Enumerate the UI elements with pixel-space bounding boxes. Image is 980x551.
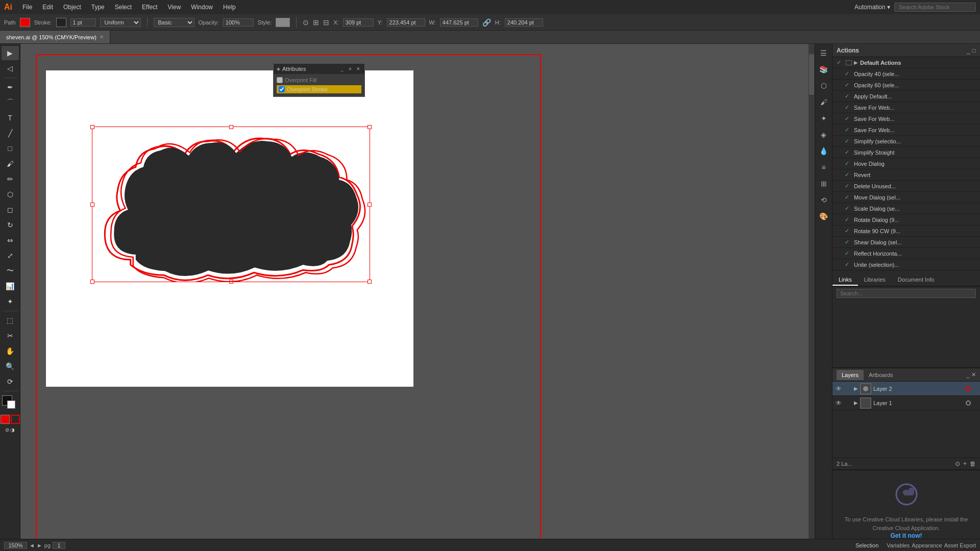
zoom-prev[interactable]: ◄ [29,542,35,548]
rotate-view-tool[interactable]: ⟳ [2,374,19,389]
add-layer-btn[interactable]: + [963,460,967,467]
eraser-tool[interactable]: ◻ [2,203,19,217]
symbol-icon[interactable]: ✦ [817,111,831,126]
layer-1-arrow[interactable]: ▶ [854,400,858,406]
layer-2-item[interactable]: 👁 ▶ Layer 2 [832,382,980,396]
action-item-11[interactable]: ✓ Delete Unused... [832,181,980,192]
line-tool[interactable]: ╱ [2,126,19,140]
locate-layer-btn[interactable]: ⊙ [955,460,960,467]
layer-1-eye[interactable]: 👁 [835,399,843,407]
menu-edit[interactable]: Edit [38,3,57,12]
action-item-13[interactable]: ✓ Scale Dialog (se... [832,203,980,214]
action-item-5[interactable]: ✓ Save For Web... [832,113,980,124]
asset-icon[interactable]: ⬡ [817,79,831,93]
menu-select[interactable]: Select [111,3,136,12]
x-input[interactable] [343,18,374,27]
transform-icon[interactable]: ⊞ [313,18,319,27]
links-tab[interactable]: Links [832,274,858,286]
action-item-15[interactable]: ✓ Rotate 90 CW (9... [832,226,980,237]
action-arrow-0[interactable]: ▶ [854,60,858,65]
warp-tool[interactable]: 〜 [2,264,19,278]
layer-1-target[interactable] [973,400,978,406]
align-icon2[interactable]: ≡ [817,160,831,174]
dialog-titlebar[interactable]: ◆ Attributes _ ≡ ✕ [274,64,364,74]
action-item-16[interactable]: ✓ Shear Dialog (sel... [832,237,980,248]
action-item-default[interactable]: ✓ ▶ Default Actions [832,57,980,68]
layer-2-lock[interactable] [845,385,852,392]
adobe-stock-search[interactable] [894,3,976,12]
layers-minimize[interactable]: _ [966,372,969,378]
rect-tool[interactable]: □ [2,141,19,156]
vertical-scrollbar[interactable] [808,44,815,551]
action-item-7[interactable]: ✓ Simplify (selectio... [832,136,980,147]
layer-1-item[interactable]: 👁 ▶ Layer 1 [832,396,980,410]
handle-top-right[interactable] [368,125,372,129]
asset-export-tab[interactable]: Asset Export [944,542,976,548]
menu-file[interactable]: File [18,3,36,12]
menu-view[interactable]: View [164,3,185,12]
stroke-icon[interactable] [11,415,20,424]
direct-select-tool[interactable]: ◁ [2,61,19,76]
dialog-close-btn[interactable]: ✕ [355,66,361,72]
stroke-color-swatch[interactable] [56,18,66,27]
zoom-tool[interactable]: 🔍 [2,359,19,373]
fill-icon[interactable] [1,415,10,424]
layer-2-target[interactable] [973,386,978,391]
menu-object[interactable]: Object [59,3,85,12]
zoom-input[interactable] [4,542,27,549]
layer-1-color[interactable] [966,400,971,406]
artboards-tab[interactable]: Artboards [864,370,898,380]
library-icon[interactable]: 📚 [817,62,831,77]
document-info-tab[interactable]: Document Info [892,274,941,286]
delete-layer-btn[interactable]: 🗑 [970,460,976,467]
curvature-tool[interactable]: ⌒ [2,95,19,110]
reflect-tool[interactable]: ⇔ [2,233,19,247]
overprint-fill-checkbox[interactable] [277,77,283,83]
grid-icon[interactable]: ⊟ [323,18,329,27]
paintbrush-tool[interactable]: 🖌 [2,157,19,171]
dialog-menu-btn[interactable]: ≡ [347,66,353,72]
select-tool[interactable]: ▶ [2,46,19,60]
color-icon[interactable]: 🎨 [817,209,831,223]
cloud-shape[interactable] [89,124,368,282]
layers-close[interactable]: ✕ [971,371,976,378]
constrain-icon[interactable]: 🔗 [482,18,491,27]
shaper-tool[interactable]: ⬡ [2,187,19,202]
artboard-white[interactable] [46,70,413,387]
action-item-9[interactable]: ✓ Hove Dialog [832,158,980,169]
automation-dropdown[interactable]: Automation ▾ [854,4,890,11]
dialog-minimize-btn[interactable]: _ [339,66,345,72]
action-item-8[interactable]: ✓ Simplify Straight [832,147,980,158]
layer-2-color[interactable] [966,386,971,391]
page-input[interactable] [53,542,65,549]
scale-tool[interactable]: ⤢ [2,248,19,263]
zoom-control[interactable]: ◄ ► pg [4,542,65,549]
graph-tool[interactable]: 📊 [2,279,19,293]
rotate-tool[interactable]: ↻ [2,218,19,232]
action-item-3[interactable]: ✓ Apply Default... [832,91,980,102]
action-item-4[interactable]: ✓ Save For Web... [832,102,980,113]
menu-type[interactable]: Type [87,3,109,12]
layer-2-arrow[interactable]: ▶ [854,386,858,391]
appearance-tab[interactable]: Appearance [912,542,942,548]
artboard-tool[interactable]: ⬚ [2,313,19,328]
style-swatch[interactable] [276,18,290,27]
handle-mid-right[interactable] [368,203,372,207]
y-input[interactable] [387,18,425,27]
properties-icon[interactable]: ☰ [817,46,831,60]
layers-tab[interactable]: Layers [837,370,864,380]
action-item-14[interactable]: ✓ Rotate Dialog (9... [832,214,980,226]
layer-2-eye[interactable]: 👁 [835,385,843,393]
gradient-icon[interactable]: ◑ [10,427,15,433]
action-item-1[interactable]: ✓ Opacity 40 (sele... [832,68,980,80]
eye-dropper-icon[interactable]: 💧 [817,144,831,158]
fill-color-swatch[interactable] [20,18,30,27]
path-icon[interactable]: ⟲ [817,193,831,207]
transform-icon2[interactable]: ⊞ [817,177,831,191]
pencil-tool[interactable]: ✏ [2,172,19,186]
cc-get-it-link[interactable]: Get it now! [891,532,922,539]
action-item-2[interactable]: ✓ Opacity 60 (sele... [832,80,980,91]
graphic-style-icon[interactable]: ◈ [817,128,831,142]
action-item-17[interactable]: ✓ Reflect Horizonta... [832,248,980,259]
action-item-10[interactable]: ✓ Revert [832,169,980,181]
